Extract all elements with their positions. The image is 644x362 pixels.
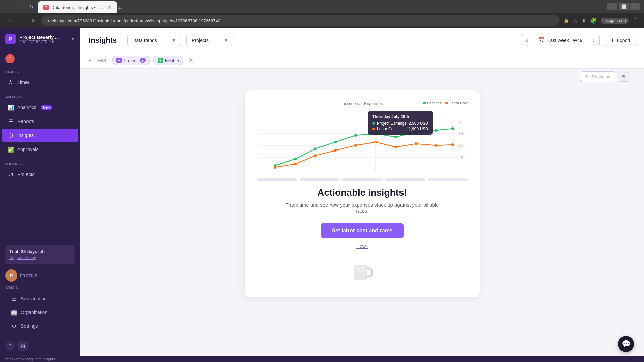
sidebar-header: P Project Beverly ... PROJECT BEVERLY HI… [0, 28, 80, 50]
sidebar-item-subscription[interactable]: ☰ Subscription [5, 292, 75, 305]
chat-button[interactable]: 💬 [618, 336, 634, 352]
rounding-spin-icon: ↻ [585, 74, 589, 79]
status-bar: https://track.toggl.com/insights [0, 356, 644, 362]
sidebar: P Project Beverly ... PROJECT BEVERLY HI… [0, 28, 80, 356]
date-label: Last week · W49 [548, 38, 583, 43]
svg-point-12 [334, 141, 337, 143]
organization-label: Organization [21, 310, 47, 315]
tooltip-earnings-row: Project Earnings 2,500 USD [372, 121, 428, 126]
mug-illustration [349, 258, 376, 287]
chart-area: Income vs. Expenses Earnings Labor Cost [257, 101, 468, 178]
trial-text: Trial: 28 days left [9, 249, 71, 254]
sidebar-item-reports[interactable]: ☰ Reports [2, 115, 78, 128]
how-link[interactable]: How? [356, 244, 368, 249]
insights-label: Insights [17, 133, 34, 138]
rounding-label: Rounding [592, 74, 610, 79]
main-content: Insights Data trends ▼ Projects ▼ ‹ 📅 La… [80, 28, 644, 356]
workspace-name: Project Beverly ... [19, 35, 67, 40]
expand-workspace-icon[interactable]: ▼ [70, 36, 75, 42]
legend-labor: Labor Cost [445, 101, 468, 105]
sidebar-item-approvals[interactable]: ✅ Approvals [2, 143, 78, 156]
sidebar-item-organization[interactable]: 🏢 Organization [5, 306, 75, 319]
avatar: P [5, 269, 17, 282]
project-filter-chip[interactable]: ■ Project 2 [112, 56, 150, 65]
analytics-label: Analytics [17, 105, 36, 110]
filter-dropdown[interactable]: Projects ▼ [186, 35, 233, 46]
star-icon[interactable]: ☆ [573, 18, 578, 24]
sidebar-item-settings[interactable]: ⚙ Settings [5, 319, 75, 333]
tooltip-title: Thursday July 29th [372, 114, 428, 119]
new-tab-button[interactable]: + [118, 4, 122, 13]
upgrade-link[interactable]: Upgrade today [9, 255, 71, 260]
profile-label: PROFILE [20, 274, 37, 278]
track-section-label: TRACK [0, 67, 80, 75]
sidebar-item-insights[interactable]: ⬡ Insights [2, 129, 78, 142]
browser-nav-controls: ← → ↻ [4, 3, 35, 11]
download-icon[interactable]: ⬇ [582, 18, 586, 24]
window-controls: — ⬜ ✕ [607, 3, 640, 10]
url-input[interactable] [41, 15, 560, 26]
rounding-button[interactable]: ↻ Rounding [580, 71, 615, 82]
view-dropdown[interactable]: Data trends ▼ [127, 35, 181, 46]
filters-label: FILTERS: [89, 58, 107, 63]
date-display: 📅 Last week · W49 [533, 34, 588, 46]
subscription-icon: ☰ [11, 295, 17, 302]
date-prev-button[interactable]: ‹ [521, 35, 533, 46]
restore-button[interactable]: ⬜ [619, 3, 629, 10]
status-url: https://track.toggl.com/insights [5, 357, 55, 361]
workspace-sub: PROJECT BEVERLY HI... [19, 40, 67, 44]
tab-close-icon[interactable]: ✕ [108, 5, 112, 10]
projects-icon: 🗂 [7, 171, 14, 178]
cta-subtitle: Track time and see how your expenses sta… [285, 202, 439, 214]
filter-clear-icon[interactable]: ✕ [188, 57, 193, 64]
help-button[interactable]: ? [5, 341, 15, 351]
menu-icon[interactable]: ⋮ [633, 17, 639, 24]
cta-button[interactable]: Set labor cost and rates [321, 223, 403, 238]
subscription-label: Subscription [21, 296, 47, 301]
export-button[interactable]: ⬇ Export [605, 35, 636, 46]
nav-back-button[interactable]: ← [5, 16, 16, 25]
back-button[interactable]: ← [4, 3, 14, 11]
insights-card: Income vs. Expenses Earnings Labor Cost [245, 90, 480, 297]
cta-title: Actionable insights! [317, 187, 407, 198]
lock-icon: 🔒 [563, 18, 569, 23]
sidebar-item-analytics[interactable]: 📊 Analytics New [2, 101, 78, 114]
minimize-button[interactable]: — [607, 3, 617, 10]
collapse-sidebar-button[interactable]: ⊞ [18, 341, 28, 351]
sidebar-item-projects[interactable]: 🗂 Projects [2, 168, 78, 181]
svg-text:0: 0 [461, 156, 463, 159]
nav-reload-button[interactable]: ↻ [28, 16, 38, 25]
svg-point-28 [451, 143, 454, 146]
date-navigator: ‹ 📅 Last week · W49 › [521, 34, 599, 46]
earnings-dot [423, 102, 426, 104]
labor-dot [445, 102, 448, 104]
approvals-label: Approvals [17, 147, 38, 152]
export-label: Export [617, 38, 630, 43]
settings-round-button[interactable]: ⚙ [618, 72, 629, 82]
svg-point-25 [394, 146, 397, 148]
reload-button[interactable]: ↻ [27, 3, 35, 11]
svg-point-19 [274, 166, 276, 169]
svg-text:3K: 3K [459, 120, 463, 124]
tooltip-labor-dot [372, 128, 375, 130]
svg-point-27 [435, 144, 437, 147]
tab-title: Data trends - Insights • Toggl T [51, 5, 105, 10]
incognito-badge: Incognito (2) [601, 18, 629, 24]
date-next-button[interactable]: › [588, 35, 599, 46]
address-bar: ← → ↻ 🔒 ☆ ⬇ 🧩 Incognito (2) ⋮ [0, 13, 644, 28]
extensions-icon[interactable]: 🧩 [590, 18, 597, 24]
nav-forward-button[interactable]: → [17, 16, 28, 25]
cta-section: Actionable insights! Track time and see … [257, 181, 468, 256]
view-dropdown-chevron-icon: ▼ [171, 38, 176, 43]
workspace-avatar: P [5, 34, 16, 44]
close-button[interactable]: ✕ [630, 3, 640, 10]
timer-label: Timer [17, 80, 29, 85]
active-tab[interactable]: T Data trends - Insights • Toggl T ✕ [38, 1, 117, 13]
profile-row[interactable]: P PROFILE [5, 269, 75, 282]
sidebar-item-timer[interactable]: ⏱ Timer [2, 76, 78, 89]
svg-point-18 [451, 127, 454, 130]
billable-filter-chip[interactable]: $ Billable [153, 56, 183, 65]
forward-button[interactable]: → [15, 3, 25, 11]
export-icon: ⬇ [611, 38, 615, 43]
filters-bar: FILTERS: ■ Project 2 $ Billable ✕ [80, 52, 644, 69]
